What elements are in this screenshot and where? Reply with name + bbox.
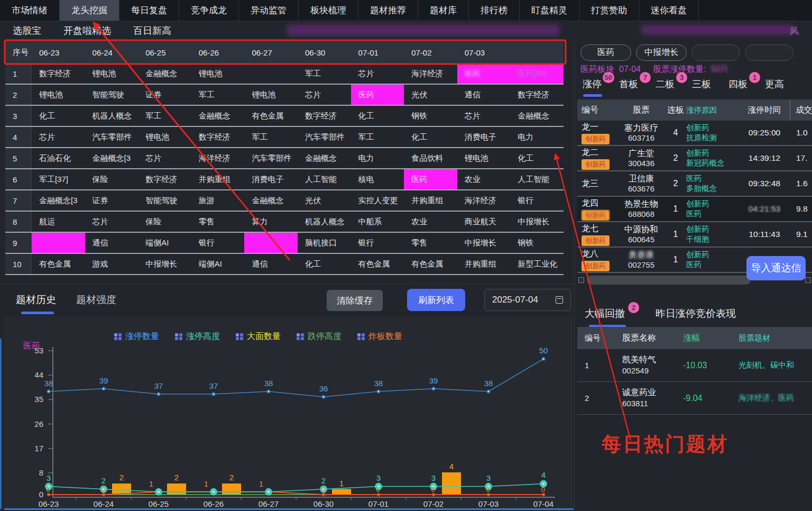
board-tab[interactable]: 二板3 [656, 76, 675, 97]
filter-pill[interactable] [745, 44, 793, 61]
theme-cell[interactable]: 通信 [457, 85, 511, 105]
limit-table-row[interactable]: 龙四创新药热景生物6880681创新药医药04:21:539.8 [577, 197, 812, 222]
theme-cell[interactable] [244, 233, 298, 253]
theme-cell[interactable]: 零售 [191, 212, 245, 232]
theme-cell[interactable]: 数字经济 [138, 169, 191, 189]
theme-cell[interactable]: 端侧AI [191, 254, 245, 274]
theme-cell[interactable]: 军工 [244, 127, 298, 147]
theme-cell[interactable]: 并购重组 [457, 254, 511, 274]
theme-cell[interactable] [244, 63, 298, 84]
theme-cell[interactable]: 芯片 [351, 63, 404, 84]
theme-cell[interactable]: 旅游 [191, 190, 245, 211]
theme-cell[interactable]: 数字经济 [32, 63, 85, 84]
theme-cell[interactable]: 银行 [510, 190, 564, 211]
topnav-tab[interactable]: 迷你看盘 [639, 0, 699, 21]
theme-cell[interactable]: 光伏 [298, 190, 351, 211]
pullback-tab[interactable]: 大幅回撤2 [585, 305, 625, 327]
refresh-list-button[interactable]: 刷新列表 [407, 289, 465, 311]
theme-cell[interactable]: 银行 [191, 233, 245, 253]
filter-pill[interactable]: 中报增长 [636, 44, 687, 61]
theme-cell[interactable]: 金融概念 [191, 106, 245, 126]
board-tab[interactable]: 三板 [692, 76, 711, 97]
theme-cell[interactable]: 锂电池 [244, 85, 298, 105]
history-tab[interactable]: 题材强度 [76, 291, 116, 314]
theme-cell[interactable]: 锂电池 [138, 127, 191, 147]
board-tab[interactable]: 首板7 [619, 76, 638, 97]
theme-cell[interactable]: 化工 [351, 106, 404, 126]
topnav-tab[interactable]: 题材库 [418, 0, 469, 21]
theme-cell[interactable]: 汽车零部件 [85, 127, 139, 147]
theme-cell[interactable]: 有色金属 [32, 254, 85, 274]
theme-cell[interactable]: 锂电池 [191, 63, 245, 84]
theme-cell[interactable]: 医药[50] [510, 63, 564, 84]
topnav-tab[interactable]: 打赏赞助 [579, 0, 639, 21]
theme-cell[interactable]: 电力 [510, 127, 564, 147]
theme-cell[interactable]: 锂电池 [457, 148, 511, 168]
theme-cell[interactable]: 数字经济 [191, 127, 245, 147]
theme-cell[interactable]: 食品饮料 [404, 148, 457, 168]
horizontal-scrollbar[interactable] [587, 276, 751, 285]
theme-cell[interactable]: 金融概念 [244, 190, 298, 211]
theme-cell[interactable]: 中船系 [351, 212, 404, 232]
theme-cell[interactable]: 农业 [457, 169, 511, 189]
history-tab[interactable]: 题材历史 [16, 291, 56, 314]
subnav-item[interactable]: 开盘啦精选 [63, 24, 111, 37]
theme-cell[interactable]: 金融概念[3 [85, 148, 139, 168]
theme-cell[interactable]: 金融概念 [138, 63, 191, 84]
theme-cell[interactable]: 海洋经济 [191, 148, 245, 168]
theme-cell[interactable]: 中报增长 [510, 212, 564, 232]
theme-cell[interactable]: 有色金属 [244, 106, 298, 126]
theme-cell[interactable]: 石油石化 [32, 148, 85, 168]
theme-cell[interactable]: 数字经济 [298, 106, 351, 126]
theme-cell[interactable]: 医药 [351, 85, 404, 105]
theme-cell[interactable]: 海洋经济 [404, 63, 457, 84]
date-header-cell[interactable]: 07-03 [457, 48, 511, 57]
theme-cell[interactable]: 农业 [404, 212, 457, 232]
theme-cell[interactable]: 新型工业化 [510, 254, 564, 274]
theme-cell[interactable]: 保险 [85, 169, 139, 189]
theme-cell[interactable]: 锂电池 [32, 85, 85, 105]
clear-cache-button[interactable]: 清除缓存 [327, 290, 383, 311]
theme-cell[interactable]: 零售 [404, 233, 457, 253]
topnav-tab[interactable]: 龙头挖掘 [60, 0, 119, 21]
theme-cell[interactable]: 有色金属 [404, 254, 457, 274]
theme-cell[interactable]: 游戏 [85, 254, 139, 274]
date-header-cell[interactable]: 06-30 [298, 48, 351, 57]
limit-table-row[interactable]: 龙二创新药广生堂3004362创新药新冠药概念14:39:1217. [577, 146, 812, 171]
theme-cell[interactable]: 数字经济 [510, 85, 564, 105]
theme-cell[interactable]: 化工 [510, 148, 564, 168]
theme-cell[interactable] [32, 233, 85, 253]
theme-cell[interactable]: 消费电子 [457, 127, 511, 147]
filter-pill[interactable] [691, 44, 740, 61]
date-picker[interactable]: 2025-07-04 [484, 289, 571, 311]
topnav-tab[interactable]: 排行榜 [469, 0, 520, 21]
theme-cell[interactable]: 机器人概念 [298, 212, 351, 232]
topnav-tab[interactable]: 题材推荐 [358, 0, 418, 21]
theme-cell[interactable]: 军工 [351, 127, 404, 147]
checkbox[interactable] [805, 277, 811, 283]
theme-cell[interactable]: 智能驾驶 [138, 190, 191, 211]
board-tab[interactable]: 更高 [765, 76, 784, 97]
theme-cell[interactable]: 芯片 [457, 106, 511, 126]
theme-cell[interactable]: 中报增长 [457, 233, 511, 253]
import-tdx-button[interactable]: 导入通达信 [746, 256, 806, 280]
theme-cell[interactable]: 并购重组 [191, 169, 245, 189]
theme-cell[interactable]: 人工智能 [298, 169, 351, 189]
subnav-item[interactable]: 百日新高 [133, 24, 171, 37]
limit-table-row[interactable]: 龙三卫信康6036762医药多胎概念09:32:481.6 [577, 171, 812, 197]
theme-cell[interactable]: 海洋经济 [457, 190, 511, 211]
theme-cell[interactable]: 化工 [404, 127, 457, 147]
theme-cell[interactable]: 智能驾驶 [85, 85, 139, 105]
board-tab[interactable]: 涨停50 [583, 76, 602, 97]
date-header-cell[interactable]: 06-25 [138, 48, 191, 57]
theme-cell[interactable]: 汽车零部件 [244, 148, 298, 168]
theme-cell[interactable]: 芯片 [85, 212, 139, 232]
theme-cell[interactable]: 实控人变更 [351, 190, 404, 211]
theme-cell[interactable]: 有色金属 [351, 254, 404, 274]
pullback-row[interactable]: 1凯美特气002549-10.03光刻机、碳中和 [577, 349, 812, 382]
theme-cell[interactable]: 军工 [138, 106, 191, 126]
date-header-cell[interactable]: 07-01 [351, 48, 404, 57]
theme-cell[interactable]: 机器人概念 [85, 106, 139, 126]
theme-cell[interactable]: 光伏 [404, 85, 457, 105]
topnav-tab[interactable]: 异动监管 [239, 0, 299, 21]
